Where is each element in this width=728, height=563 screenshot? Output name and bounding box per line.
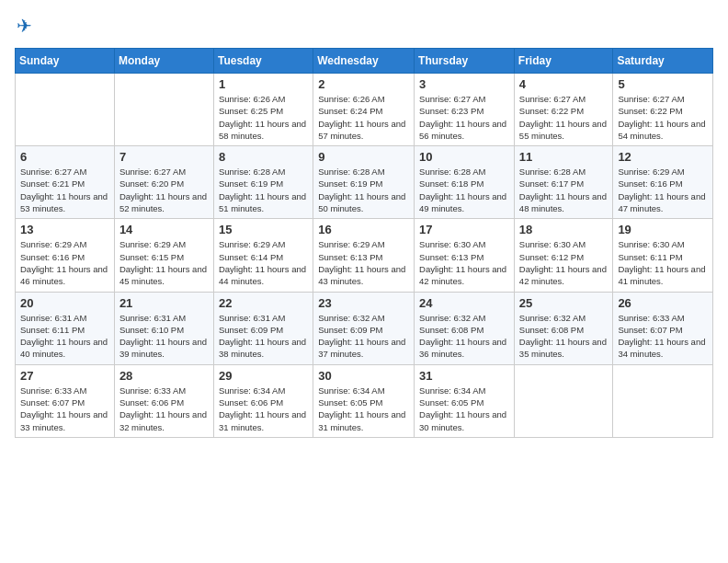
day-info: Sunrise: 6:33 AMSunset: 6:07 PMDaylight:… (618, 312, 708, 361)
day-number: 2 (318, 77, 409, 91)
day-number: 11 (519, 150, 609, 164)
day-info: Sunrise: 6:30 AMSunset: 6:13 PMDaylight:… (419, 238, 509, 287)
day-cell: 23 Sunrise: 6:32 AMSunset: 6:09 PMDaylig… (313, 292, 415, 364)
day-number: 9 (318, 150, 409, 164)
day-info: Sunrise: 6:26 AMSunset: 6:25 PMDaylight:… (219, 93, 308, 142)
day-info: Sunrise: 6:28 AMSunset: 6:17 PMDaylight:… (519, 166, 609, 214)
day-number: 7 (119, 150, 209, 164)
weekday-header-row: SundayMondayTuesdayWednesdayThursdayFrid… (16, 49, 713, 74)
day-number: 27 (20, 369, 109, 383)
day-cell: 7 Sunrise: 6:27 AMSunset: 6:20 PMDayligh… (114, 146, 213, 219)
day-info: Sunrise: 6:30 AMSunset: 6:12 PMDaylight:… (519, 238, 609, 287)
day-cell (613, 364, 713, 437)
day-cell: 6 Sunrise: 6:27 AMSunset: 6:21 PMDayligh… (16, 146, 115, 219)
day-cell: 27 Sunrise: 6:33 AMSunset: 6:07 PMDaylig… (16, 364, 115, 437)
day-number: 16 (318, 223, 409, 236)
page-header: ✈ (15, 15, 713, 37)
day-number: 29 (219, 369, 308, 383)
day-cell: 17 Sunrise: 6:30 AMSunset: 6:13 PMDaylig… (415, 219, 515, 292)
day-number: 23 (318, 296, 409, 310)
day-number: 22 (219, 296, 308, 310)
day-info: Sunrise: 6:26 AMSunset: 6:24 PMDaylight:… (318, 93, 409, 142)
day-cell: 18 Sunrise: 6:30 AMSunset: 6:12 PMDaylig… (514, 219, 613, 292)
day-number: 31 (419, 369, 509, 383)
day-info: Sunrise: 6:31 AMSunset: 6:10 PMDaylight:… (119, 312, 209, 361)
day-cell: 16 Sunrise: 6:29 AMSunset: 6:13 PMDaylig… (313, 219, 415, 292)
day-number: 20 (20, 296, 109, 310)
day-cell (514, 364, 613, 437)
day-number: 8 (219, 150, 308, 164)
day-info: Sunrise: 6:29 AMSunset: 6:14 PMDaylight:… (219, 238, 308, 287)
day-info: Sunrise: 6:34 AMSunset: 6:05 PMDaylight:… (419, 385, 509, 433)
day-info: Sunrise: 6:33 AMSunset: 6:07 PMDaylight:… (20, 385, 109, 433)
day-info: Sunrise: 6:27 AMSunset: 6:22 PMDaylight:… (519, 93, 609, 142)
day-info: Sunrise: 6:32 AMSunset: 6:08 PMDaylight:… (419, 312, 509, 361)
day-number: 10 (419, 150, 509, 164)
day-info: Sunrise: 6:29 AMSunset: 6:16 PMDaylight:… (618, 166, 708, 214)
day-info: Sunrise: 6:27 AMSunset: 6:22 PMDaylight:… (618, 93, 708, 142)
week-row-5: 27 Sunrise: 6:33 AMSunset: 6:07 PMDaylig… (16, 364, 713, 437)
day-info: Sunrise: 6:28 AMSunset: 6:19 PMDaylight:… (219, 166, 308, 214)
day-info: Sunrise: 6:27 AMSunset: 6:21 PMDaylight:… (20, 166, 109, 214)
day-number: 13 (20, 223, 109, 236)
day-info: Sunrise: 6:28 AMSunset: 6:18 PMDaylight:… (419, 166, 509, 214)
day-info: Sunrise: 6:34 AMSunset: 6:06 PMDaylight:… (219, 385, 308, 433)
day-info: Sunrise: 6:29 AMSunset: 6:16 PMDaylight:… (20, 238, 109, 287)
day-cell (114, 74, 213, 146)
weekday-header-monday: Monday (114, 49, 213, 74)
day-cell: 4 Sunrise: 6:27 AMSunset: 6:22 PMDayligh… (514, 74, 613, 146)
day-cell: 11 Sunrise: 6:28 AMSunset: 6:17 PMDaylig… (514, 146, 613, 219)
day-number: 26 (618, 296, 708, 310)
day-cell: 19 Sunrise: 6:30 AMSunset: 6:11 PMDaylig… (613, 219, 713, 292)
day-number: 15 (219, 223, 308, 236)
weekday-header-friday: Friday (514, 49, 613, 74)
day-info: Sunrise: 6:32 AMSunset: 6:09 PMDaylight:… (318, 312, 409, 361)
day-number: 21 (119, 296, 209, 310)
day-number: 19 (618, 223, 708, 236)
day-info: Sunrise: 6:29 AMSunset: 6:15 PMDaylight:… (119, 238, 209, 287)
day-cell: 31 Sunrise: 6:34 AMSunset: 6:05 PMDaylig… (415, 364, 515, 437)
week-row-3: 13 Sunrise: 6:29 AMSunset: 6:16 PMDaylig… (16, 219, 713, 292)
day-cell: 10 Sunrise: 6:28 AMSunset: 6:18 PMDaylig… (415, 146, 515, 219)
day-number: 30 (318, 369, 409, 383)
weekday-header-wednesday: Wednesday (313, 49, 415, 74)
week-row-4: 20 Sunrise: 6:31 AMSunset: 6:11 PMDaylig… (16, 292, 713, 364)
day-number: 28 (119, 369, 209, 383)
day-number: 24 (419, 296, 509, 310)
day-number: 17 (419, 223, 509, 236)
weekday-header-sunday: Sunday (16, 49, 115, 74)
logo: ✈ (15, 15, 32, 37)
weekday-header-thursday: Thursday (415, 49, 515, 74)
day-info: Sunrise: 6:30 AMSunset: 6:11 PMDaylight:… (618, 238, 708, 287)
day-number: 3 (419, 77, 509, 91)
day-number: 12 (618, 150, 708, 164)
day-number: 1 (219, 77, 308, 91)
day-cell: 20 Sunrise: 6:31 AMSunset: 6:11 PMDaylig… (16, 292, 115, 364)
day-info: Sunrise: 6:33 AMSunset: 6:06 PMDaylight:… (119, 385, 209, 433)
day-info: Sunrise: 6:31 AMSunset: 6:09 PMDaylight:… (219, 312, 308, 361)
day-number: 18 (519, 223, 609, 236)
day-cell: 12 Sunrise: 6:29 AMSunset: 6:16 PMDaylig… (613, 146, 713, 219)
day-cell: 15 Sunrise: 6:29 AMSunset: 6:14 PMDaylig… (213, 219, 313, 292)
day-cell: 8 Sunrise: 6:28 AMSunset: 6:19 PMDayligh… (213, 146, 313, 219)
day-cell: 9 Sunrise: 6:28 AMSunset: 6:19 PMDayligh… (313, 146, 415, 219)
day-cell: 14 Sunrise: 6:29 AMSunset: 6:15 PMDaylig… (114, 219, 213, 292)
weekday-header-tuesday: Tuesday (213, 49, 313, 74)
day-cell: 30 Sunrise: 6:34 AMSunset: 6:05 PMDaylig… (313, 364, 415, 437)
day-info: Sunrise: 6:27 AMSunset: 6:23 PMDaylight:… (419, 93, 509, 142)
week-row-1: 1 Sunrise: 6:26 AMSunset: 6:25 PMDayligh… (16, 74, 713, 146)
day-cell: 2 Sunrise: 6:26 AMSunset: 6:24 PMDayligh… (313, 74, 415, 146)
day-number: 25 (519, 296, 609, 310)
calendar-table: SundayMondayTuesdayWednesdayThursdayFrid… (15, 48, 713, 438)
day-info: Sunrise: 6:31 AMSunset: 6:11 PMDaylight:… (20, 312, 109, 361)
day-cell: 28 Sunrise: 6:33 AMSunset: 6:06 PMDaylig… (114, 364, 213, 437)
day-info: Sunrise: 6:32 AMSunset: 6:08 PMDaylight:… (519, 312, 609, 361)
day-cell: 25 Sunrise: 6:32 AMSunset: 6:08 PMDaylig… (514, 292, 613, 364)
day-info: Sunrise: 6:27 AMSunset: 6:20 PMDaylight:… (119, 166, 209, 214)
day-cell: 3 Sunrise: 6:27 AMSunset: 6:23 PMDayligh… (415, 74, 515, 146)
day-number: 14 (119, 223, 209, 236)
day-number: 5 (618, 77, 708, 91)
day-cell: 22 Sunrise: 6:31 AMSunset: 6:09 PMDaylig… (213, 292, 313, 364)
weekday-header-saturday: Saturday (613, 49, 713, 74)
day-info: Sunrise: 6:29 AMSunset: 6:13 PMDaylight:… (318, 238, 409, 287)
